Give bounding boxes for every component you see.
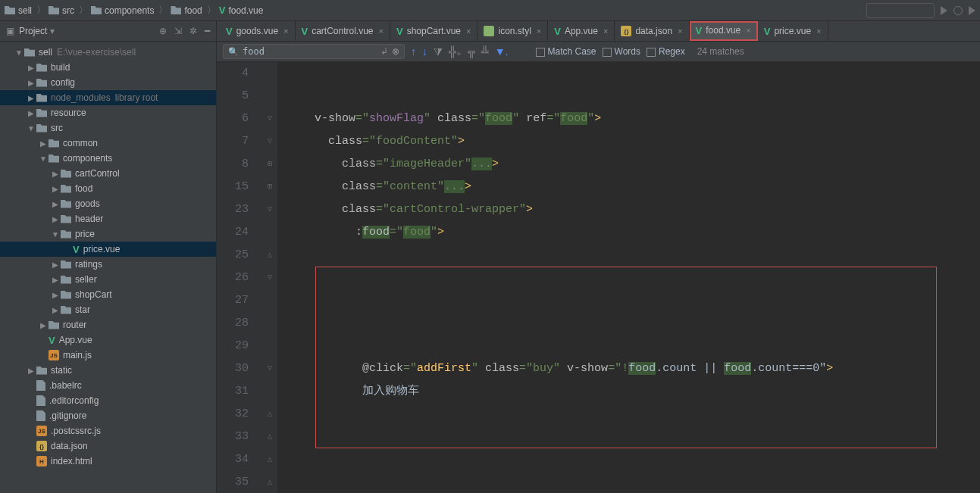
editor-tab[interactable]: {}data.json× <box>615 21 689 41</box>
tree-row[interactable]: ▶build <box>0 60 216 75</box>
search-input[interactable] <box>243 46 377 57</box>
run-button[interactable] <box>941 6 947 15</box>
editor-tab[interactable]: Vgoods.vue× <box>220 21 296 41</box>
run-config-dropdown[interactable] <box>866 3 935 18</box>
tree-row[interactable]: JSmain.js <box>0 348 216 363</box>
tree-row[interactable]: ▶header <box>0 211 216 226</box>
close-tab-icon[interactable]: × <box>678 27 682 36</box>
vue-file-icon: V <box>696 25 703 36</box>
dot-icon <box>36 395 45 406</box>
tree-row[interactable]: VApp.vue <box>0 332 216 348</box>
editor-tab[interactable]: VshopCart.vue× <box>390 21 477 41</box>
close-tab-icon[interactable]: × <box>379 27 384 36</box>
next-match-button[interactable]: ↓ <box>422 45 427 58</box>
project-view-icon[interactable]: ▣ <box>6 26 14 36</box>
close-tab-icon[interactable]: × <box>816 27 821 36</box>
remove-selection-icon[interactable]: ╩ <box>481 45 489 58</box>
vue-file-icon: V <box>554 26 561 37</box>
line-gutter: 456781523242526272829303132333435 <box>217 62 262 493</box>
tree-row[interactable]: ▶cartControl <box>0 166 216 181</box>
tree-row[interactable]: ▼components <box>0 151 216 166</box>
filter-icon[interactable]: ▼. <box>495 45 509 58</box>
editor-tab[interactable]: VApp.vue× <box>548 21 615 41</box>
search-input-wrap: 🔍 ↲ ⊗ <box>223 44 405 59</box>
tree-row[interactable]: ▼src <box>0 120 216 136</box>
project-header: ▣ Project ▾ ⊕ ⇲ ✲ ━ <box>0 21 216 42</box>
vue-file-icon: V <box>226 26 233 37</box>
folder-icon <box>36 94 47 102</box>
tree-row[interactable]: JS.postcssrc.js <box>0 423 216 438</box>
close-tab-icon[interactable]: × <box>466 27 471 36</box>
clear-search-icon[interactable]: ⊗ <box>392 46 399 57</box>
editor-tab[interactable]: Vfood.vue× <box>690 21 758 41</box>
editor-tab[interactable]: Vprice.vue× <box>758 21 828 41</box>
tree-row[interactable]: ▶seller <box>0 272 216 287</box>
tree-row[interactable]: .editorconfig <box>0 393 216 408</box>
code-lines[interactable]: v-show="showFlag" class="food" ref="food… <box>277 62 980 493</box>
find-all-icon[interactable]: ⧩ <box>434 45 443 58</box>
tree-row[interactable]: ▶resource <box>0 105 216 120</box>
folder-icon <box>61 276 71 284</box>
tree-row[interactable]: .babelrc <box>0 378 216 393</box>
project-tree[interactable]: ▼sellE:\vue-exercise\sell▶build▶config▶n… <box>0 42 216 493</box>
tree-row[interactable]: ▶static <box>0 363 216 378</box>
close-tab-icon[interactable]: × <box>283 27 288 36</box>
tree-row[interactable]: ▶config <box>0 75 216 90</box>
select-all-icon[interactable]: ╬₊ <box>449 45 462 58</box>
code-editor[interactable]: 456781523242526272829303132333435 ▽▽⊞⊞▽△… <box>217 62 980 493</box>
find-bar: 🔍 ↲ ⊗ ↑ ↓ ⧩ ╬₊ ╦ ╩ ▼. Match Case Words R… <box>217 42 980 62</box>
folder-icon <box>61 230 71 239</box>
project-title[interactable]: Project ▾ <box>19 26 155 36</box>
debug-button[interactable] <box>953 6 963 15</box>
regex-checkbox[interactable]: Regex <box>647 46 685 57</box>
tree-row[interactable]: ▶goods <box>0 196 216 211</box>
tree-row[interactable]: ▶router <box>0 317 216 332</box>
dot-icon <box>36 380 45 391</box>
folder-icon <box>49 154 59 163</box>
collapse-all-icon[interactable]: ⇲ <box>174 26 182 36</box>
tree-row[interactable]: {}data.json <box>0 438 216 454</box>
close-tab-icon[interactable]: × <box>603 27 608 36</box>
breadcrumb-seg[interactable]: food <box>171 5 202 16</box>
folder-icon <box>36 124 47 133</box>
settings-gear-icon[interactable]: ✲ <box>189 26 197 36</box>
tree-row[interactable]: ▶food <box>0 181 216 196</box>
tree-row[interactable]: ▶shopCart <box>0 287 216 302</box>
tree-row[interactable]: ▼sellE:\vue-exercise\sell <box>0 45 216 60</box>
hide-panel-icon[interactable]: ━ <box>205 26 210 36</box>
tree-row[interactable]: ▼price <box>0 226 216 242</box>
add-selection-icon[interactable]: ╦ <box>468 45 475 58</box>
tree-row[interactable]: .gitignore <box>0 408 216 423</box>
vue-file-icon: V <box>764 26 771 37</box>
tree-row[interactable]: Vprice.vue <box>0 242 216 257</box>
chevron-right-icon: 〉 <box>158 4 168 17</box>
breadcrumb-seg[interactable]: sell <box>5 5 32 16</box>
breadcrumb-seg[interactable]: Vfood.vue <box>219 5 264 16</box>
close-tab-icon[interactable]: × <box>746 26 750 35</box>
search-icon: 🔍 <box>228 47 239 57</box>
editor-tab[interactable]: icon.styl× <box>477 21 548 41</box>
words-checkbox[interactable]: Words <box>603 46 640 57</box>
newline-toggle-icon[interactable]: ↲ <box>380 46 388 57</box>
folder-icon <box>61 261 71 269</box>
scroll-from-source-icon[interactable]: ⊕ <box>159 26 167 36</box>
fold-gutter[interactable]: ▽▽⊞⊞▽△▽▽△△△△ <box>262 62 277 493</box>
breadcrumb-seg[interactable]: components <box>91 5 154 16</box>
chevron-right-icon: 〉 <box>36 4 45 17</box>
folder-icon <box>61 185 71 193</box>
tree-row[interactable]: ▶node_moduleslibrary root <box>0 90 216 105</box>
breadcrumb-seg[interactable]: src <box>49 5 74 16</box>
tree-row[interactable]: ▶star <box>0 302 216 317</box>
folder-icon <box>36 109 47 117</box>
folder-icon <box>24 48 35 57</box>
editor-tab[interactable]: VcartControl.vue× <box>296 21 390 41</box>
close-tab-icon[interactable]: × <box>537 27 541 36</box>
tree-row[interactable]: Hindex.html <box>0 454 216 469</box>
tree-row[interactable]: ▶ratings <box>0 257 216 272</box>
folder-icon <box>36 64 47 72</box>
run-coverage-button[interactable] <box>969 6 975 15</box>
tree-row[interactable]: ▶common <box>0 136 216 151</box>
prev-match-button[interactable]: ↑ <box>411 45 416 58</box>
match-case-checkbox[interactable]: Match Case <box>536 46 596 57</box>
folder-icon <box>36 79 47 87</box>
